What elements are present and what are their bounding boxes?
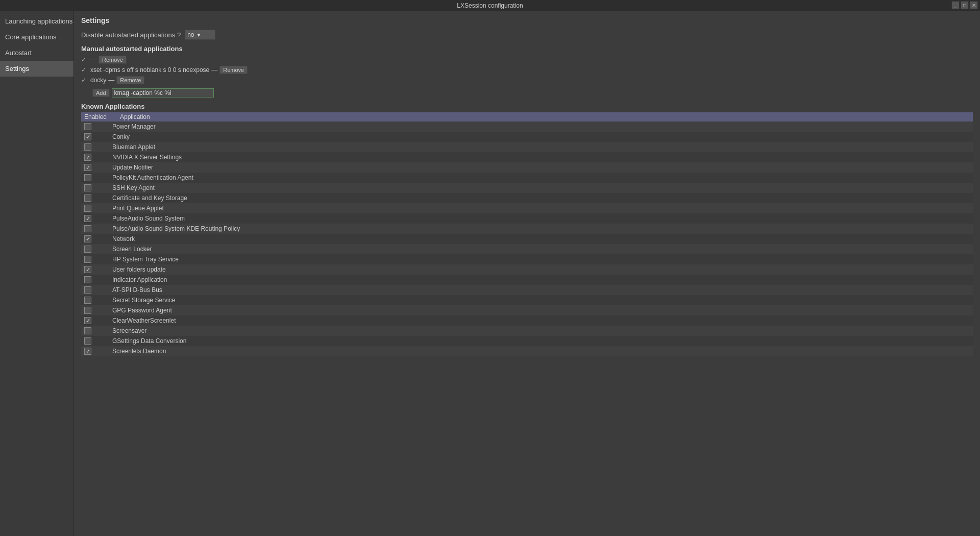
app-checkbox[interactable]: [84, 286, 91, 294]
header-enabled: Enabled: [84, 113, 120, 120]
app-checkbox[interactable]: ✓: [84, 317, 91, 324]
titlebar: LXSession configuration _ □ ✕: [0, 0, 980, 11]
app-name: Network: [112, 235, 970, 242]
app-name: Certificate and Key Storage: [112, 194, 970, 202]
app-checkbox[interactable]: [84, 246, 91, 253]
app-row: HP System Tray Service: [81, 254, 973, 264]
app-checkbox[interactable]: [84, 123, 91, 130]
app-row: Power Manager: [81, 121, 973, 132]
manual-item-3-text: docky: [90, 77, 106, 84]
dropdown-arrow-icon: ▼: [196, 32, 201, 38]
content-area: Settings Disable autostarted application…: [74, 11, 980, 536]
app-name: GPG Password Agent: [112, 307, 970, 314]
app-checkbox[interactable]: [84, 143, 91, 151]
app-name: Power Manager: [112, 123, 970, 130]
app-name: PolicyKit Authentication Agent: [112, 174, 970, 181]
app-name: PulseAudio Sound System: [112, 215, 970, 222]
sidebar-item-autostart[interactable]: Autostart: [0, 45, 74, 61]
app-name: Blueman Applet: [112, 143, 970, 151]
app-checkbox[interactable]: [84, 307, 91, 314]
app-row: Screensaver: [81, 326, 973, 336]
add-button[interactable]: Add: [92, 89, 110, 97]
window-controls[interactable]: _ □ ✕: [951, 1, 978, 9]
app-row: Blueman Applet: [81, 142, 973, 152]
manual-item-3: ✓ docky — Remove: [81, 76, 973, 84]
close-button[interactable]: ✕: [970, 1, 978, 9]
header-application: Application: [120, 113, 970, 120]
sidebar-item-settings[interactable]: Settings: [0, 61, 74, 77]
app-checkbox[interactable]: [84, 184, 91, 191]
app-name: Update Notifier: [112, 164, 970, 171]
app-checkbox[interactable]: ✓: [84, 235, 91, 242]
check-icon-1: ✓: [81, 56, 88, 63]
app-name: Screensaver: [112, 327, 970, 334]
window-title: LXSession configuration: [457, 2, 523, 9]
sidebar-item-launching-applications[interactable]: Launching applications: [0, 13, 74, 29]
app-row: ✓User folders update: [81, 264, 973, 275]
app-name: SSH Key Agent: [112, 184, 970, 191]
app-checkbox[interactable]: [84, 174, 91, 181]
app-row: GPG Password Agent: [81, 305, 973, 315]
app-name: GSettings Data Conversion: [112, 337, 970, 345]
app-checkbox[interactable]: ✓: [84, 154, 91, 161]
app-row: Print Queue Applet: [81, 203, 973, 213]
app-name: Print Queue Applet: [112, 205, 970, 212]
add-row: ✓ Add: [81, 88, 973, 98]
app-name: ClearWeatherScreenlet: [112, 317, 970, 324]
add-input[interactable]: [112, 88, 214, 98]
sidebar: Launching applications Core applications…: [0, 11, 74, 536]
app-checkbox[interactable]: [84, 225, 91, 232]
manual-item-2-text: xset -dpms s off s noblank s 0 0 s noexp…: [90, 66, 209, 74]
app-name: PulseAudio Sound System KDE Routing Poli…: [112, 225, 970, 232]
app-row: ✓Update Notifier: [81, 162, 973, 173]
app-list: Power Manager✓ConkyBlueman Applet✓NVIDIA…: [81, 121, 973, 356]
app-row: ✓NVIDIA X Server Settings: [81, 152, 973, 162]
manual-item-2: ✓ xset -dpms s off s noblank s 0 0 s noe…: [81, 66, 973, 74]
checkbox-add: ✓: [81, 89, 88, 97]
app-checkbox[interactable]: [84, 256, 91, 263]
remove-button-1[interactable]: Remove: [99, 56, 127, 64]
app-checkbox[interactable]: ✓: [84, 348, 91, 355]
minimize-button[interactable]: _: [951, 1, 960, 9]
disable-autostart-label: Disable autostarted applications ?: [81, 31, 181, 39]
app-row: Certificate and Key Storage: [81, 193, 973, 203]
app-row: PulseAudio Sound System KDE Routing Poli…: [81, 224, 973, 234]
app-row: ✓ClearWeatherScreenlet: [81, 315, 973, 326]
remove-button-2[interactable]: Remove: [219, 66, 248, 74]
sidebar-item-core-applications[interactable]: Core applications: [0, 29, 74, 45]
app-row: GSettings Data Conversion: [81, 336, 973, 346]
dash-icon-1: —: [90, 56, 96, 63]
app-name: NVIDIA X Server Settings: [112, 154, 970, 161]
app-checkbox[interactable]: [84, 205, 91, 212]
app-checkbox[interactable]: ✓: [84, 266, 91, 273]
app-name: Screenlets Daemon: [112, 348, 970, 355]
app-row: ✓Network: [81, 234, 973, 244]
known-apps-header: Enabled Application: [81, 112, 973, 121]
app-row: SSH Key Agent: [81, 183, 973, 193]
app-row: Secret Storage Service: [81, 295, 973, 305]
app-checkbox[interactable]: [84, 276, 91, 283]
remove-button-3[interactable]: Remove: [116, 76, 144, 84]
app-checkbox[interactable]: [84, 297, 91, 304]
dash-icon-2: —: [211, 66, 217, 74]
manual-autostart-title: Manual autostarted applications: [81, 45, 973, 53]
app-row: ✓Screenlets Daemon: [81, 346, 973, 356]
disable-autostart-row: Disable autostarted applications ? no ▼: [81, 30, 973, 40]
app-name: Screen Locker: [112, 246, 970, 253]
app-checkbox[interactable]: [84, 194, 91, 202]
settings-title: Settings: [81, 16, 973, 25]
app-row: Indicator Application: [81, 275, 973, 285]
app-name: Secret Storage Service: [112, 297, 970, 304]
app-checkbox[interactable]: ✓: [84, 215, 91, 222]
disable-autostart-dropdown[interactable]: no ▼: [185, 30, 215, 40]
app-checkbox[interactable]: ✓: [84, 164, 91, 171]
app-checkbox[interactable]: ✓: [84, 133, 91, 140]
check-icon-2: ✓: [81, 66, 88, 74]
disable-autostart-value: no: [187, 31, 194, 38]
known-apps-title: Known Applications: [81, 103, 973, 110]
manual-items-list: ✓ — Remove ✓ xset -dpms s off s noblank …: [81, 56, 973, 84]
app-row: ✓Conky: [81, 132, 973, 142]
app-checkbox[interactable]: [84, 327, 91, 334]
maximize-button[interactable]: □: [961, 1, 969, 9]
app-checkbox[interactable]: [84, 337, 91, 345]
